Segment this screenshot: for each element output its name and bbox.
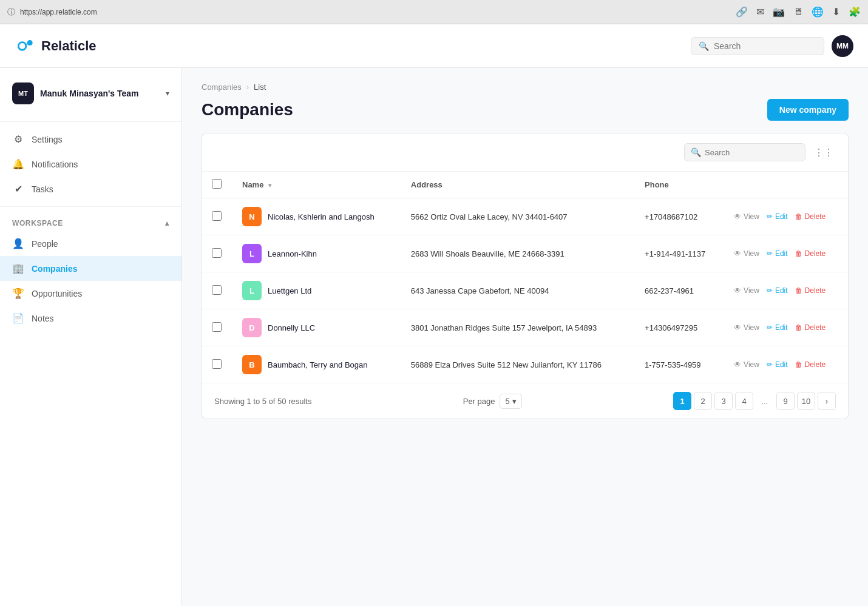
top-search-box[interactable]: 🔍	[691, 37, 824, 55]
logo-icon	[15, 35, 36, 57]
page-button-3[interactable]: 3	[714, 392, 733, 410]
sidebar-item-opportunities[interactable]: 🏆 Opportunities	[0, 281, 181, 306]
row-name-cell: B Baumbach, Terry and Bogan	[232, 346, 401, 383]
sidebar-item-companies[interactable]: 🏢 Companies	[0, 256, 181, 281]
view-button[interactable]: 👁 View	[734, 323, 759, 332]
row-checkbox[interactable]	[212, 285, 222, 295]
page-header: Companies New company	[202, 99, 849, 121]
sidebar-item-label-notes: Notes	[32, 314, 54, 323]
edit-button[interactable]: ✏ Edit	[767, 249, 788, 258]
per-page-select[interactable]: 5 ▾	[500, 394, 521, 409]
browser-icon-camera[interactable]: 📷	[773, 6, 785, 18]
row-address-cell: 3801 Jonathan Ridges Suite 157 Jewelport…	[401, 309, 635, 346]
row-checkbox[interactable]	[212, 359, 222, 369]
breadcrumb-parent: Companies	[202, 82, 242, 92]
sidebar-item-notes[interactable]: 📄 Notes	[0, 306, 181, 331]
bell-icon: 🔔	[12, 158, 24, 170]
row-checkbox[interactable]	[212, 211, 222, 221]
trash-icon: 🗑	[795, 212, 802, 221]
sidebar-item-label-people: People	[32, 239, 58, 249]
row-checkbox[interactable]	[212, 322, 222, 332]
sidebar: MT Manuk Minasyan's Team ▾ ⚙ Settings 🔔 …	[0, 68, 182, 606]
gear-icon: ⚙	[12, 133, 24, 145]
edit-icon: ✏	[767, 212, 773, 221]
edit-icon: ✏	[767, 323, 773, 332]
eye-icon: 👁	[734, 286, 741, 295]
edit-button[interactable]: ✏ Edit	[767, 323, 788, 332]
pagination-next-button[interactable]: ›	[818, 392, 836, 410]
edit-button[interactable]: ✏ Edit	[767, 360, 788, 369]
row-name-cell: N Nicolas, Kshlerin and Langosh	[232, 198, 401, 235]
sidebar-item-people[interactable]: 👤 People	[0, 231, 181, 256]
page-button-1[interactable]: 1	[673, 392, 691, 410]
result-count: Showing 1 to 5 of 50 results	[214, 397, 311, 406]
table-search-input[interactable]	[705, 148, 799, 157]
sidebar-divider-2	[0, 206, 181, 207]
delete-button[interactable]: 🗑 Delete	[795, 212, 826, 221]
address-column-header: Address	[401, 172, 635, 198]
browser-icon-tv[interactable]: 🖥	[793, 6, 803, 18]
user-avatar[interactable]: MM	[832, 35, 853, 57]
browser-icon-link[interactable]: 🔗	[736, 6, 748, 18]
view-button[interactable]: 👁 View	[734, 249, 759, 258]
browser-icon-download[interactable]: ⬇	[832, 6, 840, 18]
edit-icon: ✏	[767, 249, 773, 258]
name-column-header[interactable]: Name ▾	[232, 172, 401, 198]
row-address-cell: 643 Janessa Cape Gabefort, NE 40094	[401, 272, 635, 309]
browser-icon-ext[interactable]: 🧩	[849, 6, 861, 18]
delete-button[interactable]: 🗑 Delete	[795, 323, 826, 332]
columns-toggle-icon[interactable]: ⋮⋮	[812, 144, 836, 161]
view-button[interactable]: 👁 View	[734, 212, 759, 221]
view-button[interactable]: 👁 View	[734, 360, 759, 369]
page-button-10[interactable]: 10	[797, 392, 815, 410]
page-button-2[interactable]: 2	[694, 392, 712, 410]
delete-button[interactable]: 🗑 Delete	[795, 360, 826, 369]
table-row: L Leannon-Kihn 2683 Will Shoals Beauvill…	[202, 235, 848, 272]
document-icon: 📄	[12, 312, 24, 324]
team-selector[interactable]: MT Manuk Minasyan's Team ▾	[0, 78, 181, 116]
browser-icon-mail[interactable]: ✉	[756, 6, 764, 18]
delete-button[interactable]: 🗑 Delete	[795, 249, 826, 258]
row-checkbox[interactable]	[212, 248, 222, 258]
per-page-label: Per page	[463, 397, 495, 406]
row-address-cell: 5662 Ortiz Oval Lake Lacey, NV 34401-640…	[401, 198, 635, 235]
sidebar-item-tasks[interactable]: ✔ Tasks	[0, 177, 181, 201]
svg-point-1	[27, 40, 33, 45]
row-actions-cell: 👁 View ✏ Edit 🗑 Delete	[724, 235, 848, 272]
browser-bar: ⓘ https://app.relaticle.com 🔗 ✉ 📷 🖥 🌐 ⬇ …	[0, 0, 868, 24]
sidebar-item-label-notifications: Notifications	[32, 160, 78, 169]
browser-info-icon: ⓘ	[7, 7, 15, 18]
top-search-input[interactable]	[714, 41, 816, 51]
actions-column-header	[724, 172, 848, 198]
new-company-button[interactable]: New company	[767, 99, 849, 121]
nav-search: 🔍 MM	[691, 35, 853, 57]
table-body: N Nicolas, Kshlerin and Langosh 5662 Ort…	[202, 198, 848, 383]
row-address-cell: 56889 Elza Drives Suite 512 New Julianfo…	[401, 346, 635, 383]
company-name: Luettgen Ltd	[268, 286, 311, 295]
trash-icon: 🗑	[795, 323, 802, 332]
edit-button[interactable]: ✏ Edit	[767, 212, 788, 221]
team-name: Manuk Minasyan's Team	[40, 89, 160, 98]
delete-button[interactable]: 🗑 Delete	[795, 286, 826, 295]
company-avatar: L	[242, 281, 262, 300]
company-avatar: L	[242, 244, 262, 263]
row-checkbox-cell	[202, 309, 232, 346]
sidebar-item-notifications[interactable]: 🔔 Notifications	[0, 152, 181, 177]
table-row: L Luettgen Ltd 643 Janessa Cape Gabefort…	[202, 272, 848, 309]
company-name: Baumbach, Terry and Bogan	[268, 360, 368, 369]
svg-point-0	[18, 42, 26, 50]
row-actions-cell: 👁 View ✏ Edit 🗑 Delete	[724, 346, 848, 383]
row-phone-cell: 662-237-4961	[635, 272, 724, 309]
page-button-9[interactable]: 9	[776, 392, 795, 410]
page-button-4[interactable]: 4	[735, 392, 753, 410]
table-search-box[interactable]: 🔍	[684, 143, 805, 161]
view-button[interactable]: 👁 View	[734, 286, 759, 295]
edit-button[interactable]: ✏ Edit	[767, 286, 788, 295]
sidebar-item-settings[interactable]: ⚙ Settings	[0, 127, 181, 152]
workspace-collapse-icon: ▴	[165, 219, 169, 227]
select-all-checkbox[interactable]	[212, 179, 222, 189]
workspace-section[interactable]: Workspace ▴	[0, 212, 181, 231]
table-toolbar: 🔍 ⋮⋮	[202, 133, 848, 172]
browser-icon-globe[interactable]: 🌐	[812, 6, 824, 18]
trash-icon: 🗑	[795, 286, 802, 295]
